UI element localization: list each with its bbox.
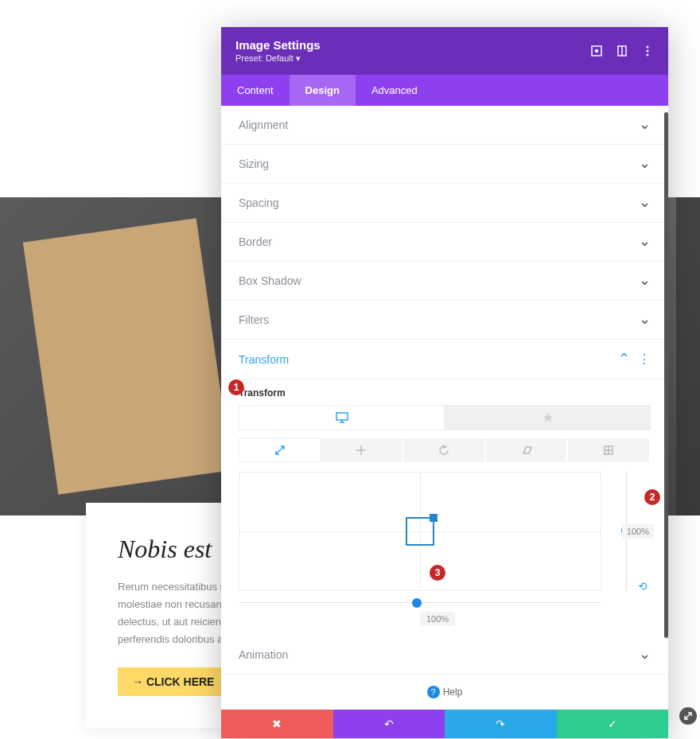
settings-modal: Image Settings Preset: Default ▾ Content… bbox=[221, 27, 668, 738]
section-label: Animation bbox=[239, 648, 288, 661]
section-label: Alignment bbox=[239, 119, 288, 131]
svg-point-6 bbox=[647, 54, 649, 56]
section-label: Sizing bbox=[239, 158, 269, 170]
section-sizing[interactable]: Sizing bbox=[221, 145, 668, 184]
chevron-down-icon bbox=[639, 274, 651, 288]
chevron-down-icon bbox=[639, 313, 651, 327]
preset-dropdown[interactable]: Preset: Default ▾ bbox=[235, 53, 321, 64]
transform-tool-tabs bbox=[239, 438, 651, 462]
transform-sublabel: Transform bbox=[239, 387, 651, 399]
tool-scale[interactable] bbox=[239, 438, 321, 462]
state-tabs bbox=[239, 405, 651, 430]
more-icon[interactable] bbox=[641, 45, 654, 57]
section-alignment[interactable]: Alignment bbox=[221, 106, 668, 145]
slider-thumb[interactable] bbox=[412, 598, 422, 608]
desktop-icon bbox=[336, 412, 348, 423]
tool-translate[interactable] bbox=[321, 438, 404, 462]
panel-body: Alignment Sizing Spacing Border Box Shad… bbox=[221, 106, 668, 710]
annotation-2: 2 bbox=[644, 489, 660, 505]
help-icon: ? bbox=[427, 686, 440, 698]
origin-icon bbox=[603, 445, 614, 456]
scale-icon bbox=[274, 445, 286, 456]
slider-value-x[interactable]: 100% bbox=[420, 612, 455, 626]
link-axes-icon[interactable]: ⟲ bbox=[638, 580, 648, 593]
transform-canvas[interactable] bbox=[239, 472, 601, 591]
svg-line-10 bbox=[276, 446, 284, 454]
redo-button[interactable]: ↷ bbox=[445, 710, 557, 738]
section-label: Transform bbox=[239, 353, 289, 366]
chevron-up-icon bbox=[618, 352, 630, 367]
scrollbar[interactable] bbox=[664, 106, 668, 710]
section-filters[interactable]: Filters bbox=[221, 301, 668, 340]
save-button[interactable]: ✓ bbox=[557, 710, 669, 738]
pin-icon bbox=[542, 412, 554, 423]
tab-advanced[interactable]: Advanced bbox=[356, 75, 434, 106]
chevron-down-icon bbox=[639, 196, 651, 210]
modal-header[interactable]: Image Settings Preset: Default ▾ bbox=[221, 27, 668, 75]
tool-rotate[interactable] bbox=[403, 438, 486, 462]
responsive-icon[interactable] bbox=[616, 45, 628, 57]
section-options-icon[interactable]: ⋮ bbox=[638, 352, 651, 367]
annotation-3: 3 bbox=[430, 565, 445, 581]
chevron-down-icon bbox=[639, 235, 651, 249]
tool-origin[interactable] bbox=[568, 438, 651, 462]
modal-footer: ✖ ↶ ↷ ✓ bbox=[221, 710, 668, 738]
svg-point-4 bbox=[647, 46, 649, 49]
chevron-down-icon bbox=[639, 648, 651, 662]
slider-value-y[interactable]: 100% bbox=[622, 524, 654, 539]
help-label: Help bbox=[443, 686, 463, 698]
help-link[interactable]: ?Help bbox=[221, 675, 668, 710]
annotation-1: 1 bbox=[228, 379, 244, 395]
card-cta-button[interactable]: → CLICK HERE bbox=[118, 667, 228, 696]
section-box-shadow[interactable]: Box Shadow bbox=[221, 262, 668, 301]
transform-handle-box[interactable] bbox=[406, 517, 434, 546]
rotate-icon bbox=[438, 445, 449, 456]
skew-icon bbox=[521, 445, 532, 456]
svg-line-17 bbox=[685, 713, 691, 719]
cancel-button[interactable]: ✖ bbox=[221, 710, 333, 738]
section-label: Filters bbox=[239, 313, 269, 326]
svg-point-5 bbox=[647, 50, 649, 53]
section-animation[interactable]: Animation bbox=[221, 636, 668, 675]
chevron-down-icon bbox=[639, 118, 651, 132]
main-tabs: Content Design Advanced bbox=[221, 75, 668, 106]
section-label: Box Shadow bbox=[239, 274, 301, 287]
section-border[interactable]: Border bbox=[221, 223, 668, 262]
tab-content[interactable]: Content bbox=[221, 75, 290, 106]
state-tab-desktop[interactable] bbox=[239, 405, 445, 430]
expand-icon[interactable] bbox=[590, 45, 603, 57]
section-transform[interactable]: Transform ⋮ bbox=[221, 340, 668, 379]
transform-controls: Transform bbox=[221, 379, 668, 636]
section-label: Border bbox=[239, 235, 272, 248]
horizontal-slider[interactable]: 100% bbox=[239, 596, 651, 620]
section-spacing[interactable]: Spacing bbox=[221, 184, 668, 223]
resize-handle[interactable] bbox=[679, 707, 697, 725]
state-tab-hover[interactable] bbox=[445, 405, 651, 430]
svg-marker-13 bbox=[523, 447, 531, 453]
move-icon bbox=[356, 445, 367, 456]
chevron-down-icon bbox=[639, 157, 651, 171]
modal-title: Image Settings bbox=[235, 38, 321, 52]
section-label: Spacing bbox=[239, 196, 279, 209]
svg-point-1 bbox=[596, 50, 598, 53]
resize-icon bbox=[683, 711, 693, 721]
vertical-slider[interactable]: 100% ⟲ bbox=[601, 472, 651, 591]
tool-skew[interactable] bbox=[486, 438, 569, 462]
tab-design[interactable]: Design bbox=[290, 75, 356, 106]
svg-rect-7 bbox=[336, 413, 348, 420]
undo-button[interactable]: ↶ bbox=[333, 710, 445, 738]
